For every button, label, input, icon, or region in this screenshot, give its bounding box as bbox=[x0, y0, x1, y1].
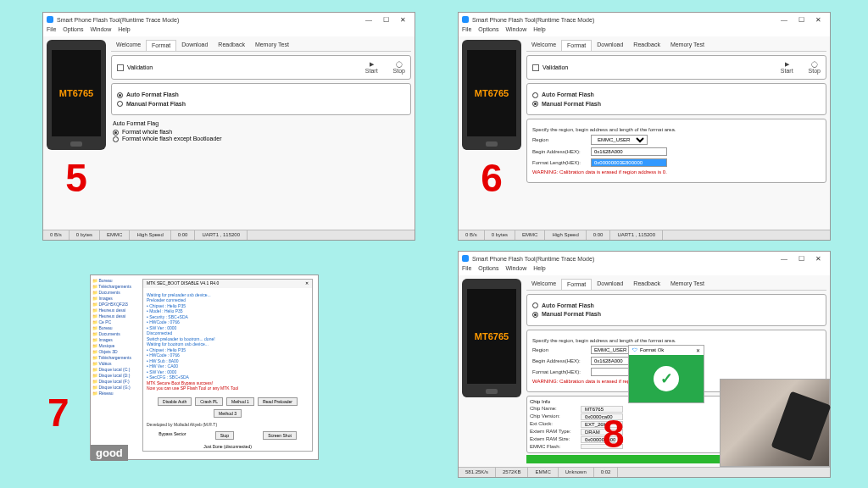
tree-item[interactable]: 📁 Heureux dessi bbox=[92, 308, 136, 313]
radio-except-bootloader[interactable] bbox=[113, 136, 119, 142]
tree-item[interactable]: 📁 Téléchargements bbox=[92, 284, 136, 289]
auto-format-label: Auto Format Flash bbox=[126, 92, 179, 97]
radio-auto-format[interactable] bbox=[117, 92, 123, 98]
tab-download[interactable]: Download bbox=[592, 279, 628, 290]
crash-pl-button[interactable]: Crash PL bbox=[195, 397, 223, 406]
maximize-button[interactable]: ☐ bbox=[377, 14, 394, 25]
radio-whole-flash[interactable] bbox=[113, 130, 119, 136]
menu-options[interactable]: Options bbox=[478, 26, 498, 36]
region-field[interactable] bbox=[591, 346, 633, 354]
manual-format-label: Manual Format Flash bbox=[542, 101, 601, 107]
begin-address-input[interactable] bbox=[591, 147, 667, 156]
validation-checkbox[interactable] bbox=[117, 64, 124, 71]
tab-readback[interactable]: Readback bbox=[628, 279, 665, 290]
tree-item[interactable]: 📁 Bureau bbox=[92, 325, 136, 330]
method3-button[interactable]: Method 3 bbox=[214, 409, 242, 418]
tab-welcome[interactable]: Welcome bbox=[526, 279, 561, 290]
screenshot-button[interactable]: Screen Shot bbox=[263, 431, 297, 440]
start-button[interactable]: ▶Start bbox=[781, 61, 793, 74]
minimize-button[interactable]: — bbox=[360, 14, 377, 25]
stop-button[interactable]: Stop bbox=[215, 431, 234, 440]
tree-item[interactable]: 📁 Documents bbox=[92, 290, 136, 295]
tree-item[interactable]: 📁 Ce PC bbox=[92, 319, 136, 324]
close-button[interactable]: ✕ bbox=[394, 14, 411, 25]
menu-help[interactable]: Help bbox=[533, 26, 545, 36]
tree-item[interactable]: 📁 Musique bbox=[92, 343, 136, 348]
maximize-button[interactable]: ☐ bbox=[793, 252, 810, 264]
menu-options[interactable]: Options bbox=[478, 265, 498, 275]
length-label: Format Length(HEX): bbox=[532, 160, 587, 165]
radio-auto-format[interactable] bbox=[532, 302, 538, 308]
tab-format[interactable]: Format bbox=[561, 40, 592, 51]
tree-item[interactable]: 📁 Objets 3D bbox=[92, 349, 136, 354]
tabs: Welcome Format Download Readback Memory … bbox=[526, 40, 826, 52]
tree-item[interactable]: 📁 Réseau bbox=[92, 391, 136, 396]
menu-help[interactable]: Help bbox=[118, 26, 130, 36]
minimize-button[interactable]: — bbox=[776, 14, 793, 25]
maximize-button[interactable]: ☐ bbox=[793, 14, 810, 25]
folder-tree[interactable]: 📁 Bureau📁 Téléchargements📁 Documents📁 Im… bbox=[91, 275, 137, 459]
tree-item[interactable]: 📁 Images bbox=[92, 337, 136, 342]
tree-item[interactable]: 📁 Disque local (G:) bbox=[92, 385, 136, 390]
menu-help[interactable]: Help bbox=[533, 265, 545, 275]
titlebar: Smart Phone Flash Tool(Runtime Trace Mod… bbox=[43, 13, 415, 26]
tree-item[interactable]: 📁 Disque local (C:) bbox=[92, 367, 136, 372]
status-text: Just Done (disconnected) bbox=[143, 442, 312, 451]
stop-button[interactable]: ◯Stop bbox=[809, 61, 821, 74]
menu-window[interactable]: Window bbox=[505, 265, 526, 275]
validation-checkbox[interactable] bbox=[532, 64, 539, 71]
read-preloader-button[interactable]: Read Preloader bbox=[258, 397, 298, 406]
tab-readback[interactable]: Readback bbox=[213, 40, 250, 51]
step-number-8: 8 bbox=[603, 411, 625, 457]
tab-readback[interactable]: Readback bbox=[628, 40, 665, 51]
step-number-6: 6 bbox=[481, 155, 503, 201]
tree-item[interactable]: 📁 Téléchargements bbox=[92, 355, 136, 360]
tab-welcome[interactable]: Welcome bbox=[526, 40, 561, 51]
radio-manual-format[interactable] bbox=[532, 312, 538, 318]
method1-button[interactable]: Method 1 bbox=[226, 397, 254, 406]
menu-window[interactable]: Window bbox=[505, 26, 526, 36]
phone-mockup: MT6765 bbox=[47, 40, 106, 150]
radio-manual-format[interactable] bbox=[532, 101, 538, 107]
close-button[interactable]: ✕ bbox=[810, 252, 826, 264]
hint: Specify the region, begin address and le… bbox=[532, 127, 821, 132]
close-icon[interactable]: ✕ bbox=[696, 347, 700, 353]
menu-window[interactable]: Window bbox=[90, 26, 111, 36]
tree-item[interactable]: 📁 Images bbox=[92, 296, 136, 301]
whole-flash-label: Format whole flash bbox=[122, 129, 172, 135]
log-line: MTK Secure Boot Bypass success! bbox=[147, 380, 309, 385]
minimize-button[interactable]: — bbox=[776, 252, 793, 264]
menu-file[interactable]: File bbox=[47, 26, 56, 36]
tab-memtest[interactable]: Memory Test bbox=[665, 279, 709, 290]
disable-auth-button[interactable]: Disable Auth bbox=[158, 397, 192, 406]
tab-format[interactable]: Format bbox=[146, 40, 176, 51]
close-icon[interactable]: ✕ bbox=[305, 280, 309, 287]
radio-auto-format[interactable] bbox=[532, 92, 538, 98]
tab-format[interactable]: Format bbox=[561, 279, 592, 290]
region-select[interactable]: EMMC_USER bbox=[591, 135, 648, 145]
tab-download[interactable]: Download bbox=[592, 40, 628, 51]
radio-manual-format[interactable] bbox=[117, 101, 123, 107]
tree-item[interactable]: 📁 Vidéos bbox=[92, 361, 136, 366]
panel-7: 📁 Bureau📁 Téléchargements📁 Documents📁 Im… bbox=[90, 274, 319, 460]
menu-file[interactable]: File bbox=[462, 26, 471, 36]
tree-item[interactable]: 📁 Documents bbox=[92, 331, 136, 336]
tab-memtest[interactable]: Memory Test bbox=[250, 40, 294, 51]
tab-memtest[interactable]: Memory Test bbox=[665, 40, 709, 51]
begin-label: Begin Address(HEX): bbox=[532, 149, 587, 154]
close-button[interactable]: ✕ bbox=[810, 14, 826, 25]
tree-item[interactable]: 📁 Bureau bbox=[92, 278, 136, 283]
titlebar: Smart Phone Flash Tool(Runtime Trace Mod… bbox=[459, 252, 830, 265]
start-button[interactable]: ▶Start bbox=[365, 61, 378, 74]
menu-file[interactable]: File bbox=[462, 265, 471, 275]
tree-item[interactable]: 📁 Disque local (D:) bbox=[92, 373, 136, 378]
menu-options[interactable]: Options bbox=[63, 26, 83, 36]
tab-welcome[interactable]: Welcome bbox=[111, 40, 146, 51]
tree-item[interactable]: 📁 Disque local (F:) bbox=[92, 379, 136, 384]
format-ok-title: Format Ok bbox=[640, 347, 664, 353]
tab-download[interactable]: Download bbox=[176, 40, 213, 51]
format-length-input[interactable] bbox=[591, 158, 667, 167]
stop-button[interactable]: ◯Stop bbox=[393, 61, 405, 74]
tree-item[interactable]: 📁 Heureux dessi bbox=[92, 313, 136, 319]
tree-item[interactable]: 📁 DPGH5XQF2I3 bbox=[92, 302, 136, 307]
